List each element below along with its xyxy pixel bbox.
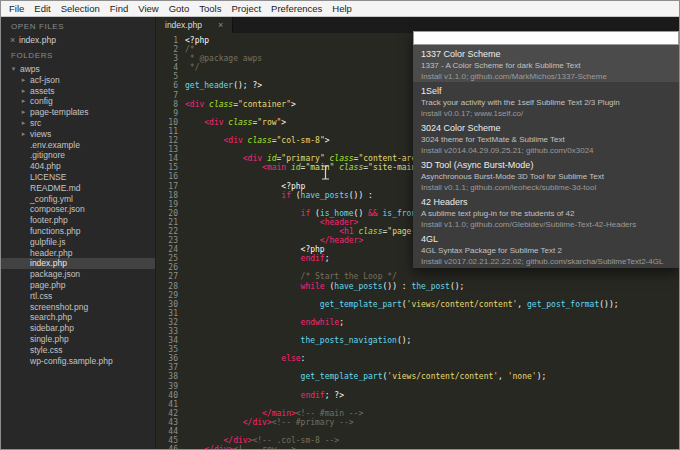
code-line-row[interactable]: 40 endif; ?>	[158, 391, 679, 400]
file-_config.yml[interactable]: _config.yml	[1, 194, 155, 205]
code-line-row[interactable]: 36 else:	[158, 354, 679, 363]
code-line-row[interactable]: 44	[158, 427, 679, 436]
tab-index-php[interactable]: index.php	[156, 17, 233, 33]
file-package.json[interactable]: package.json	[1, 269, 155, 280]
open-file-label: index.php	[19, 35, 56, 45]
file-rtl.css[interactable]: rtl.css	[1, 291, 155, 302]
package-description: 1337 - A Color Scheme for dark Sublime T…	[421, 60, 671, 71]
code-line-row[interactable]: 38 get_template_part('views/content/cont…	[158, 372, 679, 381]
code-line-text: if (have_posts()) :	[185, 191, 373, 200]
line-number: 23	[158, 236, 185, 245]
code-line-row[interactable]: 28 while (have_posts()) : the_post();	[158, 282, 679, 291]
tree-item-label: views	[30, 129, 51, 140]
package-results-list: 1337 Color Scheme1337 - A Color Scheme f…	[413, 45, 679, 268]
tree-item-label: 404.php	[30, 161, 61, 172]
folder-closed-icon	[19, 118, 28, 129]
file-header.php[interactable]: header.php	[1, 248, 155, 259]
menu-item-preferences[interactable]: Preferences	[266, 3, 327, 14]
folder-awps[interactable]: awps	[1, 64, 155, 75]
folder-config[interactable]: config	[1, 96, 155, 107]
folder-views[interactable]: views	[1, 129, 155, 140]
package-result[interactable]: 1337 Color Scheme1337 - A Color Scheme f…	[413, 45, 679, 82]
file-functions.php[interactable]: functions.php	[1, 226, 155, 237]
file-LICENSE[interactable]: LICENSE	[1, 172, 155, 183]
code-line-text: else:	[185, 354, 305, 363]
file-.gitignore[interactable]: .gitignore	[1, 150, 155, 161]
package-result[interactable]: 3D Tool (Async Burst-Mode)Asynchronous B…	[413, 156, 679, 193]
line-number: 42	[158, 409, 185, 418]
code-line-text: endif; ?>	[185, 391, 344, 400]
file-composer.json[interactable]: composer.json	[1, 204, 155, 215]
menu-bar: FileEditSelectionFindViewGotoToolsProjec…	[1, 1, 679, 17]
code-line-row[interactable]: 42 </main><!-- #main -->	[158, 409, 679, 418]
file-index.php[interactable]: index.php	[1, 258, 155, 269]
tree-item-label: awps	[20, 64, 40, 75]
file-screenshot.png[interactable]: screenshot.png	[1, 302, 155, 313]
file-gulpfile.js[interactable]: gulpfile.js	[1, 237, 155, 248]
line-number: 21	[158, 218, 185, 227]
code-line-row[interactable]: 27 /* Start the Loop */	[158, 272, 679, 281]
menu-item-goto[interactable]: Goto	[164, 3, 195, 14]
close-file-icon[interactable]	[10, 36, 19, 45]
menu-item-view[interactable]: View	[133, 3, 163, 14]
code-line-row[interactable]: 37	[158, 363, 679, 372]
code-line-row[interactable]: 45 </div><!-- .col-sm-8 -->	[158, 436, 679, 445]
file-sidebar.php[interactable]: sidebar.php	[1, 323, 155, 334]
code-line-text: <?php	[185, 182, 305, 191]
code-line-text: * @package awps	[185, 54, 262, 63]
file-single.php[interactable]: single.php	[1, 334, 155, 345]
code-line-text: endif;	[185, 254, 330, 263]
package-result[interactable]: 4GL4GL Syntax Package for Sublime Text 2…	[413, 230, 679, 267]
tree-item-label: acf-json	[30, 75, 60, 86]
folder-src[interactable]: src	[1, 118, 155, 129]
file-404.php[interactable]: 404.php	[1, 161, 155, 172]
menu-item-find[interactable]: Find	[105, 3, 133, 14]
code-line-row[interactable]: 41	[158, 400, 679, 409]
package-result[interactable]: 1SelfTrack your activity with the 1self …	[413, 82, 679, 119]
package-install-meta: Install v0.1.1; github.com/leoheck/subli…	[421, 182, 671, 193]
file-style.css[interactable]: style.css	[1, 345, 155, 356]
code-line-row[interactable]: 33	[158, 327, 679, 336]
code-line-row[interactable]: 31	[158, 309, 679, 318]
line-number: 6	[158, 81, 185, 90]
file-.env.example[interactable]: .env.example	[1, 140, 155, 151]
file-footer.php[interactable]: footer.php	[1, 215, 155, 226]
code-line-row[interactable]: 32 endwhile;	[158, 318, 679, 327]
menu-item-project[interactable]: Project	[226, 3, 266, 14]
tree-item-label: composer.json	[30, 204, 85, 215]
folder-assets[interactable]: assets	[1, 86, 155, 97]
folder-acf-json[interactable]: acf-json	[1, 75, 155, 86]
package-result[interactable]: 42 HeadersA sublime text plug-in for the…	[413, 193, 679, 230]
code-line-row[interactable]: 35	[158, 345, 679, 354]
file-search.php[interactable]: search.php	[1, 312, 155, 323]
menu-item-edit[interactable]: Edit	[29, 3, 55, 14]
menu-item-tools[interactable]: Tools	[194, 3, 226, 14]
folder-open-icon	[9, 64, 18, 75]
open-file-item[interactable]: index.php	[1, 34, 155, 46]
package-result[interactable]: 3024 Color Scheme3024 theme for TextMate…	[413, 119, 679, 156]
code-line-row[interactable]: 46 </div><!-- .row -->	[158, 445, 679, 449]
package-search-input[interactable]	[413, 31, 679, 45]
line-number: 9	[158, 109, 185, 118]
tab-close-icon[interactable]	[218, 20, 223, 30]
line-number: 2	[158, 45, 185, 54]
file-wp-config.sample.php[interactable]: wp-config.sample.php	[1, 356, 155, 367]
code-line-row[interactable]: 30 get_template_part('views/content/cont…	[158, 300, 679, 309]
line-number: 45	[158, 436, 185, 445]
line-number: 4	[158, 63, 185, 72]
line-number: 37	[158, 363, 185, 372]
file-README.md[interactable]: README.md	[1, 183, 155, 194]
code-line-row[interactable]: 29	[158, 291, 679, 300]
package-description: 3024 theme for TextMate & Sublime Text	[421, 134, 671, 145]
folder-page-templates[interactable]: page-templates	[1, 107, 155, 118]
code-line-row[interactable]: 39	[158, 382, 679, 391]
sidebar: OPEN FILES index.php FOLDERS awpsacf-jso…	[1, 17, 156, 449]
code-line-row[interactable]: 34 the_posts_navigation();	[158, 336, 679, 345]
file-page.php[interactable]: page.php	[1, 280, 155, 291]
menu-item-file[interactable]: File	[4, 3, 29, 14]
code-line-row[interactable]: 43 </div><!-- #primary -->	[158, 418, 679, 427]
menu-item-selection[interactable]: Selection	[56, 3, 105, 14]
tree-item-label: config	[30, 96, 53, 107]
tree-item-label: assets	[30, 86, 55, 97]
menu-item-help[interactable]: Help	[327, 3, 357, 14]
